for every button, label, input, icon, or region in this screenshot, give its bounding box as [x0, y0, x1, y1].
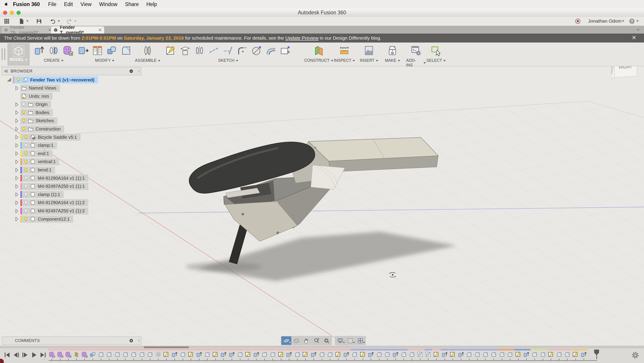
comments-panel-header[interactable]: COMMENTS	[2, 336, 141, 345]
timeline-feature-fillet[interactable]	[375, 348, 384, 361]
expand-triangle-icon[interactable]	[14, 184, 20, 189]
ribbon-dropdown-make[interactable]: MAKE	[382, 58, 402, 63]
sketch-corner-button[interactable]	[236, 44, 248, 58]
select-window-button[interactable]	[430, 44, 442, 58]
timeline-feature-plane[interactable]	[72, 348, 81, 361]
timeline-feature-fillet[interactable]	[490, 348, 498, 361]
browser-item[interactable]: Bodies	[20, 109, 53, 116]
dropdown-caret[interactable]	[289, 342, 291, 344]
minimize-window-button[interactable]	[10, 11, 14, 15]
timeline-feature-extrude[interactable]	[170, 348, 179, 361]
display-settings-tool-icon[interactable]	[335, 336, 345, 345]
timeline-feature-fillet[interactable]	[465, 348, 474, 361]
print-3d-button[interactable]	[386, 44, 398, 58]
browser-row[interactable]: M4-92497A250 v1 (1):1	[2, 183, 98, 190]
timeline-feature-combine[interactable]	[89, 348, 97, 361]
ribbon-dropdown-construct[interactable]: CONSTRUCT	[309, 58, 328, 63]
toolbar-grip[interactable]	[2, 48, 5, 60]
browser-item[interactable]: Component12:1	[20, 215, 73, 223]
timeline-feature-sketch[interactable]	[162, 348, 170, 361]
collapse-panel-icon[interactable]	[4, 69, 8, 73]
measure-button[interactable]	[338, 44, 350, 58]
timeline-feature-fillet[interactable]	[105, 348, 113, 361]
timeline-feature-extrude[interactable]	[392, 348, 400, 361]
sketch-circle-button[interactable]	[251, 44, 263, 58]
timeline-feature-move[interactable]	[416, 348, 424, 361]
timeline-feature-extrude[interactable]	[457, 348, 465, 361]
project-button[interactable]	[179, 44, 191, 58]
visibility-bulb-icon[interactable]	[22, 200, 29, 205]
zoom-tool-icon[interactable]	[312, 336, 322, 345]
browser-row[interactable]: Sketches	[2, 117, 98, 125]
timeline-feature-fillet[interactable]	[531, 348, 539, 361]
viewports-tool-icon[interactable]	[355, 336, 366, 345]
timeline-feature-fillet[interactable]	[474, 348, 482, 361]
browser-row[interactable]: Bodies	[2, 109, 98, 116]
timeline-feature-fillet[interactable]	[97, 348, 105, 361]
timeline-feature-fillet[interactable]	[539, 348, 547, 361]
browser-row[interactable]: Units: mm	[2, 92, 98, 100]
timeline-feature-form[interactable]	[48, 348, 56, 361]
create-sketch-button[interactable]	[165, 44, 177, 58]
timeline-feature-form[interactable]	[80, 348, 89, 361]
ribbon-dropdown-inspect[interactable]: INSPECT	[334, 58, 354, 63]
banner-close-icon[interactable]: ✕	[632, 35, 636, 41]
browser-item[interactable]: Origin	[20, 101, 51, 108]
timeline-feature-fillet[interactable]	[269, 348, 277, 361]
browser-item[interactable]: Sketches	[20, 117, 58, 124]
visibility-bulb-icon[interactable]	[20, 118, 27, 124]
press-pull-button[interactable]	[77, 44, 89, 58]
go-to-start-icon[interactable]	[4, 351, 11, 358]
timeline-feature-fillet[interactable]	[482, 348, 490, 361]
file-icon[interactable]	[18, 18, 24, 25]
browser-row[interactable]: M4-91290A164 v1 (1):2	[2, 199, 98, 207]
close-tab-icon[interactable]: ✕	[98, 27, 102, 33]
joint-button[interactable]	[142, 44, 154, 58]
workspace-switcher[interactable]: MODEL	[8, 44, 30, 65]
collapse-chevron-icon[interactable]	[636, 28, 640, 32]
timeline-feature-extrude[interactable]	[441, 348, 449, 361]
timeline-feature-fillet[interactable]	[563, 348, 572, 361]
expand-triangle-icon[interactable]	[14, 110, 20, 116]
ribbon-dropdown-create[interactable]: CREATE	[30, 58, 78, 63]
timeline-feature-sketch[interactable]	[572, 348, 580, 361]
dropdown-caret[interactable]	[363, 342, 365, 344]
browser-row[interactable]: M4-91290A164 v1 (1):1	[2, 174, 98, 182]
browser-row[interactable]: Bicycle Saddle v5:1	[2, 133, 98, 141]
timeline-feature-fillet[interactable]	[383, 348, 392, 361]
timeline-feature-extrude[interactable]	[285, 348, 294, 361]
expand-triangle-icon[interactable]	[14, 85, 20, 91]
browser-row[interactable]: Component12:1	[2, 215, 98, 223]
sketch-spline-button[interactable]	[222, 44, 234, 58]
timeline-feature-form[interactable]	[64, 348, 72, 361]
timeline-feature-fillet[interactable]	[506, 348, 514, 361]
dropdown-caret[interactable]	[353, 342, 355, 344]
timeline-feature-extrude[interactable]	[522, 348, 531, 361]
scrollbar-thumb[interactable]	[144, 346, 189, 348]
browser-item[interactable]: Fender Two v1 (v1~recovered)	[13, 76, 98, 84]
step-forward-icon[interactable]	[22, 351, 28, 358]
timeline-feature-form[interactable]	[56, 348, 64, 361]
timeline-feature-extrude[interactable]	[580, 348, 588, 361]
expand-triangle-icon[interactable]	[14, 102, 20, 107]
help-dropdown-caret[interactable]	[636, 20, 639, 23]
visibility-bulb-icon[interactable]	[15, 77, 22, 83]
browser-item[interactable]: end:1	[20, 150, 52, 157]
menu-help[interactable]: Help	[142, 1, 160, 8]
browser-item[interactable]: clamp:1	[20, 142, 57, 149]
ribbon-dropdown-modify[interactable]: MODIFY	[73, 58, 136, 63]
browser-item[interactable]: bend:1	[20, 167, 55, 174]
timeline-feature-sketch[interactable]	[277, 348, 285, 361]
expand-triangle-icon[interactable]	[14, 175, 20, 181]
visibility-bulb-icon[interactable]	[22, 208, 29, 214]
ribbon-dropdown-sketch[interactable]: SKETCH	[161, 58, 295, 63]
browser-row[interactable]: vertical:1	[2, 158, 98, 166]
expand-triangle-icon[interactable]	[6, 77, 12, 83]
browser-panel-header[interactable]: BROWSER	[2, 67, 141, 75]
redo-icon[interactable]	[66, 18, 72, 25]
browser-item[interactable]: M4-92497A250 v1 (1):1	[20, 183, 88, 190]
timeline-feature-extrude[interactable]	[195, 348, 204, 361]
menu-file[interactable]: File	[44, 1, 60, 8]
expand-triangle-icon[interactable]	[14, 134, 20, 140]
timeline-feature-fillet[interactable]	[326, 348, 334, 361]
